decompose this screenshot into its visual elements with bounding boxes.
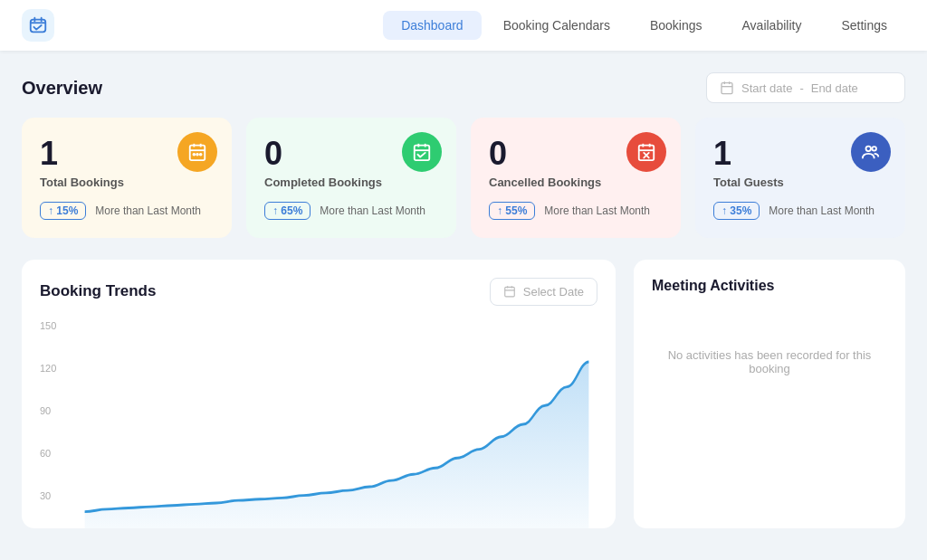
- cancelled-bookings-badge: ↑ 55%: [489, 202, 535, 220]
- svg-rect-16: [639, 146, 655, 161]
- y-label-90: 90: [40, 405, 72, 416]
- svg-rect-0: [31, 20, 46, 33]
- svg-point-9: [193, 154, 195, 156]
- nav-item-availability[interactable]: Availability: [724, 11, 820, 40]
- stat-card-total-bookings: 1 Total Bookings ↑ 15% More than Last Mo…: [22, 118, 232, 238]
- calendar-small-icon: [503, 285, 516, 298]
- y-label-30: 30: [40, 490, 72, 501]
- bottom-row: Booking Trends Select Date 150 120 90 60…: [22, 260, 905, 528]
- select-date-placeholder: Select Date: [523, 285, 584, 299]
- date-range-picker[interactable]: Start date - End date: [706, 72, 905, 103]
- svg-point-22: [866, 147, 872, 152]
- nav-item-dashboard[interactable]: Dashboard: [383, 11, 482, 40]
- booking-trends-card: Booking Trends Select Date 150 120 90 60…: [22, 260, 616, 528]
- total-bookings-label: Total Bookings: [40, 176, 214, 189]
- main-nav: Dashboard Booking Calendars Bookings Ava…: [383, 11, 905, 40]
- total-guests-label: Total Guests: [713, 176, 887, 189]
- trends-title: Booking Trends: [40, 282, 156, 300]
- nav-item-bookings[interactable]: Bookings: [632, 11, 721, 40]
- svg-point-23: [872, 147, 876, 151]
- select-date-picker[interactable]: Select Date: [490, 278, 597, 306]
- stat-card-total-guests: 1 Total Guests ↑ 35% More than Last Mont…: [695, 118, 905, 238]
- completed-bookings-badge-text: More than Last Month: [320, 204, 425, 217]
- calendar-icon: [720, 81, 734, 95]
- cancelled-bookings-label: Cancelled Bookings: [489, 176, 663, 189]
- nav-item-settings[interactable]: Settings: [823, 11, 905, 40]
- total-bookings-badge-text: More than Last Month: [95, 204, 201, 217]
- trends-header: Booking Trends Select Date: [40, 278, 597, 306]
- date-separator: -: [799, 81, 803, 95]
- y-label-60: 60: [40, 448, 72, 459]
- stat-cards-grid: 1 Total Bookings ↑ 15% More than Last Mo…: [22, 118, 905, 238]
- total-guests-icon: [851, 132, 891, 172]
- cancelled-bookings-badge-text: More than Last Month: [544, 204, 650, 217]
- svg-rect-1: [722, 83, 732, 94]
- activities-empty-text: No activities has been recorded for this…: [652, 348, 887, 375]
- booking-trends-chart: 150 120 90 60 30: [40, 320, 597, 528]
- chart-y-axis: 150 120 90 60 30: [40, 320, 72, 501]
- total-guests-badge-text: More than Last Month: [769, 204, 874, 217]
- completed-bookings-badge: ↑ 65%: [264, 202, 311, 220]
- y-label-120: 120: [40, 363, 72, 374]
- completed-bookings-label: Completed Bookings: [264, 176, 438, 189]
- meeting-activities-card: Meeting Activities No activities has bee…: [634, 260, 905, 528]
- total-bookings-icon: [177, 132, 217, 172]
- svg-rect-24: [505, 287, 515, 297]
- end-date-placeholder: End date: [811, 81, 858, 95]
- overview-header: Overview Start date - End date: [22, 72, 905, 103]
- chart-svg-container: [76, 320, 597, 528]
- svg-point-10: [196, 154, 198, 156]
- stat-card-cancelled-bookings: 0 Cancelled Bookings ↑ 55% More than Las…: [471, 118, 681, 238]
- y-label-150: 150: [40, 320, 72, 331]
- start-date-placeholder: Start date: [741, 81, 792, 95]
- svg-point-11: [200, 154, 202, 156]
- app-logo: [22, 9, 54, 42]
- stat-card-completed-bookings: 0 Completed Bookings ↑ 65% More than Las…: [246, 118, 456, 238]
- completed-bookings-icon: [402, 132, 442, 172]
- total-bookings-badge: ↑ 15%: [40, 202, 86, 220]
- overview-title: Overview: [22, 78, 102, 99]
- svg-rect-12: [415, 146, 430, 161]
- header: Dashboard Booking Calendars Bookings Ava…: [0, 0, 927, 51]
- activities-title: Meeting Activities: [652, 278, 887, 294]
- main-content: Overview Start date - End date 1 Total B…: [0, 51, 927, 550]
- total-guests-badge: ↑ 35%: [713, 202, 760, 220]
- cancelled-bookings-icon: [626, 132, 666, 172]
- nav-item-booking-calendars[interactable]: Booking Calendars: [485, 11, 628, 40]
